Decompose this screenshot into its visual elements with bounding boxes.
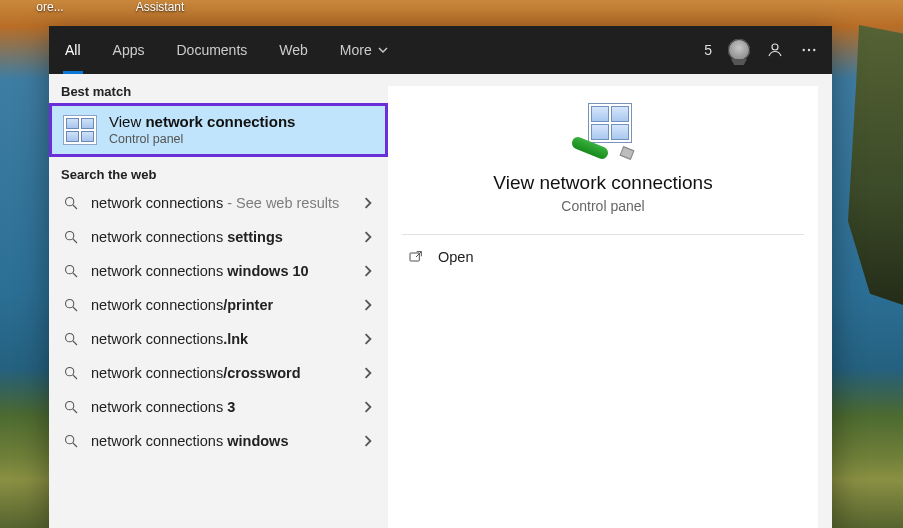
tab-all[interactable]: All [49,26,97,74]
chevron-right-icon [362,265,374,277]
svg-point-3 [813,49,815,51]
web-result-text: network connections settings [91,229,350,245]
svg-point-2 [808,49,810,51]
chevron-right-icon [362,197,374,209]
svg-line-5 [73,205,77,209]
preview-card: View network connections Control panel O… [388,86,818,528]
svg-line-7 [73,239,77,243]
web-result-text: network connections/printer [91,297,350,313]
more-options-icon[interactable] [800,41,818,59]
svg-line-11 [73,307,77,311]
search-icon [63,297,79,313]
chevron-right-icon [362,299,374,311]
network-connections-icon [63,115,97,145]
search-topbar: All Apps Documents Web More 5 [49,26,832,74]
desktop-icon[interactable]: Assistant [120,0,200,14]
svg-point-18 [66,436,74,444]
web-result-text: network connections windows [91,433,350,449]
search-body: Best match View network connections Cont… [49,74,832,528]
desktop-icon-row: ore... Assistant [0,0,210,14]
svg-line-9 [73,273,77,277]
web-result-item[interactable]: network connections settings [49,220,388,254]
svg-point-12 [66,334,74,342]
open-icon [408,249,424,265]
rewards-medal-icon[interactable] [728,39,750,61]
svg-line-19 [73,443,77,447]
search-icon [63,331,79,347]
svg-rect-20 [410,253,419,261]
preview-title: View network connections [493,172,712,194]
svg-point-10 [66,300,74,308]
best-match-title: View network connections [109,113,295,132]
web-result-item[interactable]: network connections windows 10 [49,254,388,288]
chevron-right-icon [362,401,374,413]
web-result-text: network connections windows 10 [91,263,350,279]
web-result-text: network connections - See web results [91,195,350,211]
search-panel: All Apps Documents Web More 5 Best matc [49,26,832,528]
search-icon [63,399,79,415]
svg-point-14 [66,368,74,376]
web-result-text: network connections/crossword [91,365,350,381]
web-result-item[interactable]: network connections/crossword [49,356,388,390]
svg-line-13 [73,341,77,345]
chevron-right-icon [362,333,374,345]
tab-more[interactable]: More [324,26,404,74]
best-match-text: View network connections Control panel [109,113,295,147]
preview-subtitle: Control panel [561,198,644,214]
svg-point-16 [66,402,74,410]
chevron-right-icon [362,435,374,447]
preview-action-open[interactable]: Open [388,235,818,279]
web-result-item[interactable]: network connections.lnk [49,322,388,356]
web-result-text: network connections.lnk [91,331,350,347]
svg-line-17 [73,409,77,413]
web-results-list: network connections - See web resultsnet… [49,186,388,458]
open-label: Open [438,249,473,265]
preview-column: View network connections Control panel O… [388,74,832,528]
chevron-down-icon [378,45,388,55]
svg-point-1 [803,49,805,51]
tab-apps[interactable]: Apps [97,26,161,74]
web-result-item[interactable]: network connections/printer [49,288,388,322]
search-icon [63,433,79,449]
web-result-item[interactable]: network connections 3 [49,390,388,424]
search-icon [63,195,79,211]
web-result-item[interactable]: network connections - See web results [49,186,388,220]
chevron-right-icon [362,367,374,379]
best-match-result[interactable]: View network connections Control panel [49,103,388,157]
preview-hero: View network connections Control panel [388,86,818,214]
web-result-item[interactable]: network connections windows [49,424,388,458]
desktop-icon[interactable]: ore... [10,0,90,14]
best-match-subtitle: Control panel [109,132,295,148]
best-match-header: Best match [49,74,388,103]
svg-line-15 [73,375,77,379]
svg-point-0 [772,44,778,50]
results-column: Best match View network connections Cont… [49,74,388,528]
tab-web[interactable]: Web [263,26,324,74]
tab-more-label: More [340,42,372,58]
network-connections-large-icon [575,104,631,156]
search-icon [63,263,79,279]
search-icon [63,365,79,381]
account-icon[interactable] [766,41,784,59]
svg-point-6 [66,232,74,240]
rewards-count: 5 [704,42,712,58]
search-icon [63,229,79,245]
tab-documents[interactable]: Documents [160,26,263,74]
chevron-right-icon [362,231,374,243]
best-match-title-bold: network connections [145,113,295,130]
web-result-text: network connections 3 [91,399,350,415]
best-match-title-prefix: View [109,113,145,130]
svg-point-8 [66,266,74,274]
search-web-header: Search the web [49,157,388,186]
svg-point-4 [66,198,74,206]
topbar-right: 5 [704,26,832,74]
search-tabs: All Apps Documents Web More [49,26,404,74]
